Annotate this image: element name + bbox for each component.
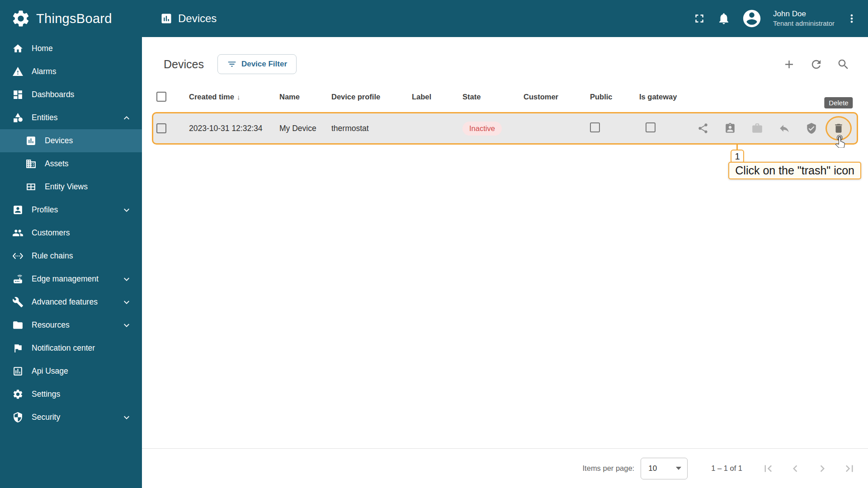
- assets-icon: [25, 158, 37, 169]
- page-range-label: 1 – 1 of 1: [711, 464, 742, 473]
- sidebar-item-home[interactable]: Home: [0, 37, 142, 60]
- chevron-down-icon: [121, 297, 132, 308]
- sidebar-item-devices[interactable]: Devices: [0, 129, 142, 152]
- sidebar-item-settings[interactable]: Settings: [0, 383, 142, 406]
- home-icon: [12, 43, 24, 54]
- api-usage-icon: [12, 366, 24, 377]
- user-name: John Doe: [773, 9, 835, 19]
- sidebar-item-notification-center[interactable]: Notification center: [0, 337, 142, 360]
- edge-management-icon: [12, 273, 24, 285]
- next-page-icon[interactable]: [816, 462, 829, 475]
- refresh-icon[interactable]: [810, 58, 823, 71]
- main-area: Devices John Doe Tenant administrator De…: [142, 0, 868, 488]
- sidebar-item-assets[interactable]: Assets: [0, 152, 142, 175]
- sidebar-item-security[interactable]: Security: [0, 406, 142, 429]
- select-caret-icon: [676, 467, 681, 470]
- sidebar-item-profiles[interactable]: Profiles: [0, 198, 142, 221]
- sidebar-item-resources[interactable]: Resources: [0, 314, 142, 337]
- chevron-down-icon: [121, 412, 132, 423]
- column-header-device-profile[interactable]: Device profile: [331, 93, 412, 101]
- topbar-actions: John Doe Tenant administrator: [693, 8, 858, 29]
- delete-tooltip: Delete: [824, 97, 853, 108]
- sidebar-item-api-usage[interactable]: Api Usage: [0, 360, 142, 383]
- page-title: Devices: [178, 12, 217, 25]
- assign-to-customer-button[interactable]: [724, 122, 736, 134]
- filter-icon: [227, 59, 237, 69]
- cell-device-profile: thermostat: [331, 124, 412, 133]
- sidebar-item-entity-views[interactable]: Entity Views: [0, 175, 142, 198]
- reply-arrow-icon: [778, 122, 790, 134]
- fullscreen-icon[interactable]: [693, 12, 706, 25]
- alarm-warning-icon: [12, 66, 24, 77]
- briefcase-icon: [751, 122, 763, 134]
- cell-state: Inactive: [462, 122, 524, 136]
- is-gateway-checkbox[interactable]: [646, 122, 656, 132]
- device-table-row[interactable]: 2023-10-31 12:32:34 My Device thermostat…: [153, 113, 857, 144]
- devices-icon: [160, 12, 173, 25]
- dashboards-icon: [12, 89, 24, 100]
- sidebar-item-edge-management[interactable]: Edge management: [0, 267, 142, 291]
- devices-page: Devices Device Filter Created time: [142, 37, 868, 488]
- column-header-customer[interactable]: Customer: [524, 93, 590, 101]
- sidebar-item-dashboards[interactable]: Dashboards: [0, 83, 142, 106]
- sidebar-nav: Home Alarms Dashboards Entities Devices: [0, 37, 142, 429]
- column-header-label[interactable]: Label: [412, 93, 462, 101]
- column-header-state[interactable]: State: [462, 93, 524, 101]
- entities-icon: [12, 112, 24, 123]
- thingsboard-logo-icon: [11, 9, 31, 28]
- select-all-checkbox[interactable]: [156, 92, 166, 102]
- device-filter-button[interactable]: Device Filter: [217, 54, 297, 74]
- assign-customer-icon: [724, 122, 736, 134]
- pager-nav: [761, 462, 856, 475]
- rule-chains-icon: [12, 250, 24, 262]
- sidebar-item-entities[interactable]: Entities: [0, 106, 142, 129]
- column-header-name[interactable]: Name: [279, 93, 331, 101]
- manage-credentials-button[interactable]: [806, 122, 817, 134]
- content-header: Devices Device Filter: [142, 37, 868, 84]
- sidebar-item-alarms[interactable]: Alarms: [0, 60, 142, 83]
- unassign-button[interactable]: [778, 122, 790, 134]
- last-page-icon[interactable]: [843, 462, 856, 475]
- make-public-button[interactable]: [697, 122, 709, 134]
- delete-device-button[interactable]: Delete: [833, 122, 844, 134]
- sidebar: ThingsBoard Home Alarms Dashboards Entit…: [0, 0, 142, 488]
- cursor-pointer-icon: [833, 133, 847, 148]
- sort-desc-arrow-icon: ↓: [237, 93, 241, 101]
- table-toolbar: [783, 58, 856, 71]
- row-checkbox[interactable]: [156, 123, 166, 133]
- column-header-is-gateway[interactable]: Is gateway: [639, 93, 693, 101]
- column-header-public[interactable]: Public: [590, 93, 639, 101]
- notifications-bell-icon[interactable]: [717, 12, 731, 25]
- row-actions: Delete: [693, 122, 857, 134]
- logo[interactable]: ThingsBoard: [0, 0, 142, 37]
- sidebar-item-customers[interactable]: Customers: [0, 221, 142, 244]
- public-checkbox[interactable]: [590, 122, 600, 132]
- column-header-created-time[interactable]: Created time ↓: [189, 93, 279, 101]
- items-per-page-select[interactable]: 10: [641, 458, 688, 479]
- resources-icon: [12, 319, 24, 331]
- sidebar-item-advanced-features[interactable]: Advanced features: [0, 291, 142, 314]
- manage-owner-button[interactable]: [751, 122, 763, 134]
- page-heading: Devices: [164, 58, 204, 71]
- share-icon: [697, 122, 709, 134]
- previous-page-icon[interactable]: [788, 462, 802, 475]
- user-menu[interactable]: John Doe Tenant administrator: [773, 9, 835, 28]
- search-icon[interactable]: [837, 58, 850, 71]
- items-per-page-label: Items per page:: [583, 464, 635, 473]
- notification-center-icon: [12, 343, 24, 354]
- sidebar-item-rule-chains[interactable]: Rule chains: [0, 244, 142, 267]
- devices-table: Created time ↓ Name Device profile Label…: [142, 84, 868, 144]
- avatar[interactable]: [741, 8, 762, 29]
- kebab-menu-icon[interactable]: [845, 12, 858, 25]
- devices-icon: [25, 135, 37, 146]
- profiles-icon: [12, 204, 24, 216]
- chevron-up-icon: [121, 113, 132, 123]
- breadcrumb: Devices: [160, 12, 217, 25]
- advanced-features-icon: [12, 296, 24, 308]
- trash-icon: [833, 122, 844, 134]
- topbar: Devices John Doe Tenant administrator: [142, 0, 868, 37]
- first-page-icon[interactable]: [761, 462, 775, 475]
- add-device-icon[interactable]: [783, 58, 796, 71]
- table-header-row: Created time ↓ Name Device profile Label…: [153, 84, 857, 109]
- settings-icon: [12, 389, 24, 400]
